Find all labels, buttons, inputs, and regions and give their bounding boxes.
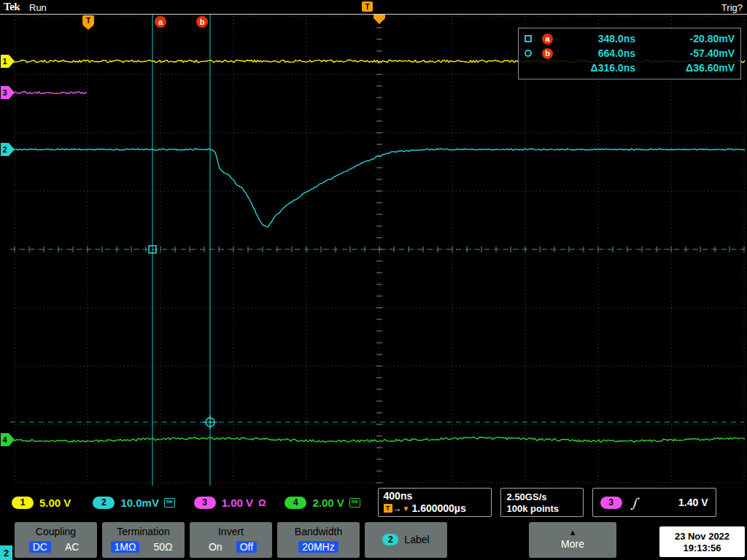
active-channel-badge: 2 <box>0 545 12 560</box>
bottom-menu-bar: Coupling DC AC Termination 1MΩ 50Ω Inver… <box>0 519 747 560</box>
cursor-b-time: 664.0ns <box>561 47 635 59</box>
termination-option-1m[interactable]: 1MΩ <box>111 541 140 553</box>
more-title: More <box>561 538 584 550</box>
ch3-ground-label: 3 <box>2 88 7 97</box>
acquisition-status: Run <box>29 2 47 13</box>
ch4-badge[interactable]: 4 <box>285 497 306 509</box>
cursor-a-flag-label: a <box>158 18 163 26</box>
date-text: 23 Nov 2022 <box>675 531 729 542</box>
ch4-readout: 4 2.00 V ᴮᵂ <box>285 497 360 509</box>
cursor-a-badge: a <box>542 34 553 44</box>
ch2-scale: 10.0mV <box>120 497 159 509</box>
coupling-option-dc[interactable]: DC <box>29 541 51 553</box>
timebase-readout: 400ns T → ▼ 1.600000µs <box>378 488 492 517</box>
cursor-delta-time: Δ316.0ns <box>561 62 635 74</box>
top-status-bar: Tek Run Trig? <box>0 0 747 15</box>
cursor-b-badge: b <box>542 48 553 59</box>
trigger-position-icon[interactable]: T <box>362 1 373 12</box>
waveform-display: abT1342 a 348.0ns -20.80mV b 664.0ns -57… <box>0 15 747 486</box>
ch2-readout: 2 10.0mV ᴮᵂ <box>93 497 174 509</box>
bandwidth-button[interactable]: Bandwidth 20MHz <box>277 522 360 558</box>
coupling-title: Coupling <box>36 526 76 537</box>
ch4-scale: 2.00 V <box>312 497 344 509</box>
acquisition-readout: 2.50GS/s 100k points <box>500 488 584 517</box>
trigger-t-icon: T <box>384 504 392 513</box>
ch3-trace <box>11 92 87 94</box>
record-length: 100k points <box>507 503 583 514</box>
ch1-ground-label: 1 <box>2 57 7 66</box>
cursor-delta-row: Δ316.0ns Δ36.60mV <box>525 61 735 75</box>
termination-title: Termination <box>117 526 169 537</box>
label-title: Label <box>404 534 429 545</box>
datetime-display: 23 Nov 2022 19:13:56 <box>659 526 745 557</box>
ch4-bandwidth-limit-icon: ᴮᵂ <box>349 498 360 508</box>
scope-graticule: abT1342 <box>0 15 747 486</box>
ch1-readout: 1 5.00 V <box>12 497 71 509</box>
invert-option-off[interactable]: Off <box>236 541 257 553</box>
ch3-impedance-icon: Ω <box>258 497 266 508</box>
cursor-a-voltage: -20.80mV <box>635 33 735 44</box>
ch4-ground-label: 4 <box>2 435 7 444</box>
trigger-level: 1.40 V <box>678 497 708 508</box>
cursor-readout-panel: a 348.0ns -20.80mV b 664.0ns -57.40mV Δ3… <box>518 28 741 79</box>
cursor-a-row: a 348.0ns -20.80mV <box>525 31 735 46</box>
ch3-scale: 1.00 V <box>222 497 253 509</box>
ch2-badge[interactable]: 2 <box>93 497 115 509</box>
coupling-option-ac[interactable]: AC <box>61 541 82 553</box>
bandwidth-option-20mhz[interactable]: 20MHz <box>298 541 338 553</box>
delay-marker-icon: ▼ <box>403 505 410 513</box>
label-button[interactable]: 2 Label <box>365 522 447 558</box>
coupling-button[interactable]: Coupling DC AC <box>15 522 97 558</box>
cursor-b-voltage: -57.40mV <box>635 47 735 59</box>
ch1-scale: 5.00 V <box>39 497 71 509</box>
timebase-scale: 400ns <box>384 490 486 502</box>
cursor-a-time: 348.0ns <box>561 33 635 44</box>
trigger-flag-point <box>82 25 94 30</box>
ch3-badge[interactable]: 3 <box>194 497 216 509</box>
bandwidth-title: Bandwidth <box>295 526 342 537</box>
more-up-arrow-icon: ▲ <box>569 529 577 537</box>
more-button[interactable]: ▲ More <box>529 522 616 558</box>
trigger-status: Trig? <box>721 2 743 13</box>
label-channel-badge: 2 <box>382 534 398 545</box>
ch2-trace <box>11 149 745 227</box>
sample-rate: 2.50GS/s <box>507 491 583 502</box>
trigger-readout: 3 ∫ 1.40 V <box>592 488 716 517</box>
horizontal-delay: 1.600000µs <box>411 502 465 514</box>
cursor-delta-voltage: Δ36.60mV <box>635 62 735 74</box>
cursor-b-circle-icon <box>525 50 532 57</box>
ch2-bandwidth-limit-icon: ᴮᵂ <box>164 498 175 508</box>
delay-arrow-icon: → <box>393 503 402 513</box>
invert-title: Invert <box>218 526 244 537</box>
cursor-b-row: b 664.0ns -57.40mV <box>525 46 735 61</box>
trigger-slope-icon: ∫ <box>631 495 638 510</box>
trigger-position-marker[interactable] <box>374 15 385 24</box>
invert-option-on[interactable]: On <box>205 541 226 553</box>
ch1-badge[interactable]: 1 <box>12 497 34 509</box>
cursor-a-square-icon <box>525 35 532 42</box>
termination-button[interactable]: Termination 1MΩ 50Ω <box>102 522 185 558</box>
termination-option-50[interactable]: 50Ω <box>150 541 176 553</box>
ch2-ground-label: 2 <box>2 145 7 154</box>
trigger-flag-label: T <box>86 17 90 25</box>
time-text: 19:13:56 <box>683 542 721 553</box>
cursor-b-flag-label: b <box>200 18 205 26</box>
invert-button[interactable]: Invert On Off <box>190 522 272 558</box>
readout-bar: 1 5.00 V 2 10.0mV ᴮᵂ 3 1.00 V Ω 4 2.00 V… <box>0 486 747 519</box>
ch4-trace <box>11 438 745 443</box>
ch3-readout: 3 1.00 V Ω <box>194 497 266 509</box>
tek-logo: Tek <box>4 1 20 13</box>
trigger-source-badge[interactable]: 3 <box>600 497 622 509</box>
